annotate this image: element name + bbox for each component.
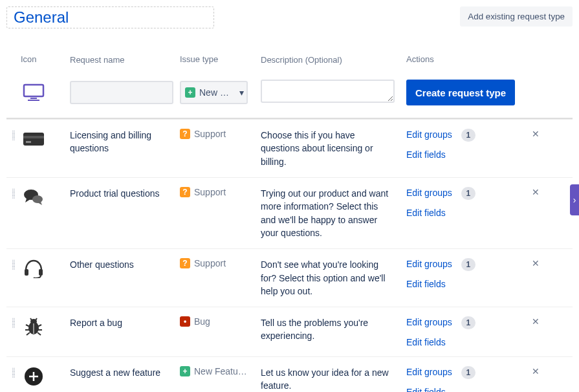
remove-icon[interactable]: ✕ <box>532 258 540 268</box>
new-desc-input[interactable] <box>261 80 395 103</box>
edit-fields-link[interactable]: Edit fields <box>406 208 446 218</box>
row-icon <box>21 258 47 279</box>
svg-rect-2 <box>28 100 39 101</box>
row-desc: Tell us the problems you're experiencing… <box>261 316 406 343</box>
issue-type-label: Support <box>194 187 226 197</box>
remove-icon[interactable]: ✕ <box>532 366 540 376</box>
edit-fields-link[interactable]: Edit fields <box>406 149 446 160</box>
header-desc: Description (Optional) <box>261 54 406 67</box>
svg-rect-8 <box>25 269 28 276</box>
svg-rect-9 <box>39 269 43 276</box>
add-existing-button[interactable]: Add existing request type <box>460 6 573 27</box>
issue-type-icon: + <box>180 366 190 376</box>
issue-type-icon: • <box>180 316 190 327</box>
row-desc: Choose this if you have questions about … <box>261 129 406 168</box>
drag-handle-icon[interactable]: ⠿⠿⠿ <box>12 261 16 270</box>
row-icon <box>21 129 47 149</box>
edit-groups-link[interactable]: Edit groups <box>406 259 452 269</box>
request-types-grid: Icon Request name Issue type Description… <box>6 54 573 392</box>
remove-icon[interactable]: ✕ <box>532 316 540 327</box>
issue-type-label: Support <box>194 129 226 139</box>
svg-rect-0 <box>24 85 43 96</box>
svg-line-19 <box>38 332 41 335</box>
issue-type-icon: ? <box>180 187 190 197</box>
new-type-select[interactable]: +New … ▾ <box>180 81 248 104</box>
groups-count: 1 <box>461 129 475 142</box>
svg-rect-4 <box>23 136 44 138</box>
issue-type-label: New Featu… <box>194 366 247 376</box>
table-header: Icon Request name Issue type Description… <box>6 54 573 73</box>
edit-groups-link[interactable]: Edit groups <box>406 367 452 377</box>
row-icon <box>21 187 47 208</box>
remove-icon[interactable]: ✕ <box>532 129 540 139</box>
drag-handle-icon[interactable]: ⠿⠿⠿ <box>12 319 16 329</box>
feedback-tab[interactable]: › <box>570 184 579 215</box>
issue-type-icon: ? <box>180 258 190 268</box>
header-type: Issue type <box>180 54 261 67</box>
row-desc: Trying out our product and want more inf… <box>261 187 406 239</box>
row-desc: Let us know your idea for a new feature. <box>261 366 406 392</box>
table-row: ⠿⠿⠿ Other questions ? Support Don't see … <box>6 248 573 307</box>
header-name: Request name <box>70 54 180 67</box>
groups-count: 1 <box>461 187 475 200</box>
row-name: Suggest a new feature <box>70 366 180 379</box>
edit-fields-link[interactable]: Edit fields <box>406 387 446 392</box>
create-request-type-button[interactable]: Create request type <box>406 80 515 105</box>
row-icon <box>21 316 47 337</box>
row-name: Other questions <box>70 258 180 271</box>
drag-handle-icon[interactable]: ⠿⠿⠿ <box>12 369 16 378</box>
issue-type-label: Bug <box>194 316 210 327</box>
table-row: ⠿⠿⠿ Report a bug • Bug Tell us the probl… <box>6 307 573 356</box>
issue-type-icon: ? <box>180 129 190 139</box>
new-name-input[interactable] <box>70 81 173 104</box>
row-icon <box>21 366 47 387</box>
svg-rect-5 <box>26 141 31 143</box>
row-name: Licensing and billing questions <box>70 129 180 155</box>
edit-fields-link[interactable]: Edit fields <box>406 337 446 347</box>
svg-rect-3 <box>23 133 44 146</box>
edit-groups-link[interactable]: Edit groups <box>406 317 452 327</box>
edit-fields-link[interactable]: Edit fields <box>406 279 446 289</box>
issue-type-label: Support <box>194 258 226 268</box>
groups-count: 1 <box>461 366 475 379</box>
drag-handle-icon[interactable]: ⠿⠿⠿ <box>12 131 16 141</box>
header-actions: Actions <box>406 54 523 67</box>
svg-line-21 <box>36 318 37 320</box>
edit-groups-link[interactable]: Edit groups <box>406 129 452 140</box>
header-icon: Icon <box>21 54 70 67</box>
group-title-input[interactable] <box>6 6 214 28</box>
row-desc: Don't see what you're looking for? Selec… <box>261 258 406 298</box>
row-name: Report a bug <box>70 316 180 329</box>
svg-line-18 <box>27 332 30 335</box>
svg-point-10 <box>34 278 36 279</box>
new-request-form: +New … ▾ Create request type <box>6 73 573 119</box>
svg-point-7 <box>32 195 43 203</box>
table-row: ⠿⠿⠿ Product trial questions ? Support Tr… <box>6 177 573 248</box>
monitor-icon[interactable] <box>21 82 47 103</box>
drag-handle-icon[interactable]: ⠿⠿⠿ <box>12 190 16 199</box>
row-name: Product trial questions <box>70 187 180 200</box>
groups-count: 1 <box>461 316 475 329</box>
remove-icon[interactable]: ✕ <box>532 187 540 197</box>
groups-count: 1 <box>461 258 475 271</box>
svg-line-20 <box>30 318 32 320</box>
table-row: ⠿⠿⠿ Suggest a new feature + New Featu… L… <box>6 356 573 392</box>
svg-rect-1 <box>30 98 37 99</box>
table-row: ⠿⠿⠿ Licensing and billing questions ? Su… <box>6 119 573 177</box>
chevron-down-icon: ▾ <box>239 87 244 98</box>
edit-groups-link[interactable]: Edit groups <box>406 188 452 198</box>
